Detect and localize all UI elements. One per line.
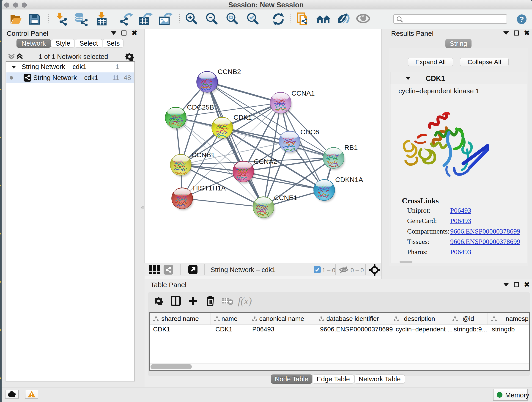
svg-text:CCNB1: CCNB1: [191, 151, 215, 159]
svg-text:CCNE1: CCNE1: [274, 194, 298, 201]
svg-text:CDC6: CDC6: [300, 128, 319, 136]
svg-text:HIST1H1A: HIST1H1A: [193, 184, 226, 192]
svg-text:CCNA2: CCNA2: [254, 158, 277, 165]
svg-text:CDC25B: CDC25B: [187, 103, 214, 111]
svg-text:CCNB2: CCNB2: [218, 68, 241, 75]
svg-text:CDK1: CDK1: [234, 114, 252, 121]
svg-text:?: ?: [519, 15, 524, 23]
svg-text:CDKN1A: CDKN1A: [335, 176, 363, 183]
svg-text:RB1: RB1: [344, 144, 358, 151]
svg-text:CCNA1: CCNA1: [291, 89, 315, 97]
